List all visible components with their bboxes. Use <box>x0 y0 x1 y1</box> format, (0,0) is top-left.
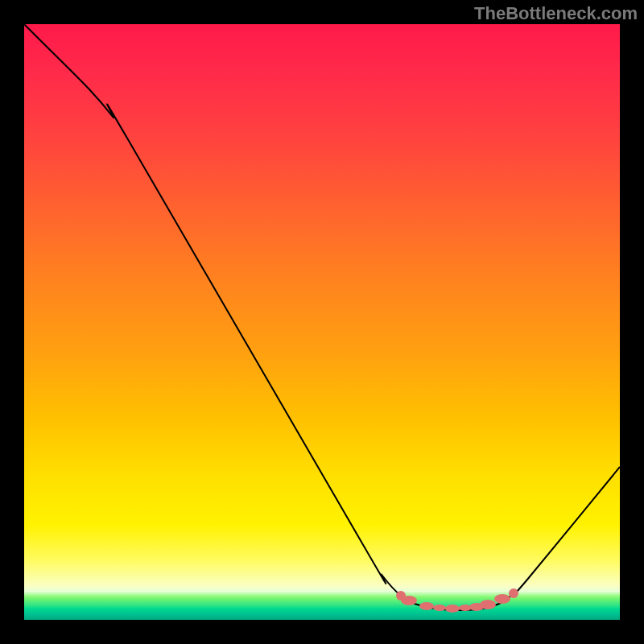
chart-frame: TheBottleneck.com <box>0 0 644 644</box>
bottleneck-gradient <box>24 24 620 620</box>
watermark-text: TheBottleneck.com <box>474 3 638 24</box>
plot-area <box>24 24 620 620</box>
